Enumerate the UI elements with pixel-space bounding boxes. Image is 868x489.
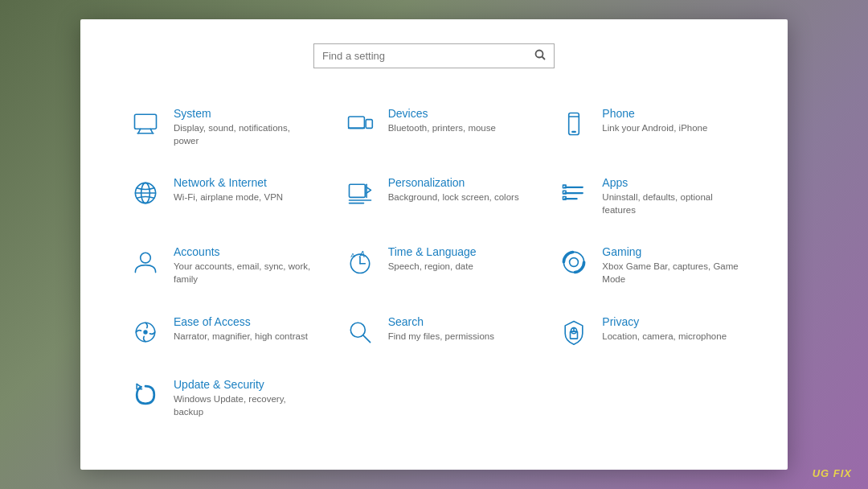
settings-text-search: Search Find my files, permissions xyxy=(388,315,494,343)
network-icon xyxy=(129,176,162,210)
settings-text-network: Network & Internet Wi-Fi, airplane mode,… xyxy=(174,176,283,203)
search-bar-wrapper xyxy=(313,43,555,68)
svg-point-33 xyxy=(570,258,579,267)
svg-line-37 xyxy=(362,335,370,342)
settings-item-gaming[interactable]: Gaming Xbox Game Bar, captures, Game Mod… xyxy=(541,231,755,300)
settings-title-time: Time & Language xyxy=(388,245,477,258)
settings-text-system: System Display, sound, notifications, po… xyxy=(174,107,311,147)
settings-desc-system: Display, sound, notifications, power xyxy=(174,121,311,147)
settings-item-system[interactable]: System Display, sound, notifications, po… xyxy=(113,92,327,162)
settings-desc-network: Wi-Fi, airplane mode, VPN xyxy=(174,191,283,203)
settings-text-apps: Apps Uninstall, defaults, optional featu… xyxy=(602,176,739,216)
settings-text-phone: Phone Link your Android, iPhone xyxy=(602,107,707,134)
settings-item-phone[interactable]: Phone Link your Android, iPhone xyxy=(541,92,755,162)
accounts-icon xyxy=(129,245,162,279)
settings-text-accounts: Accounts Your accounts, email, sync, wor… xyxy=(174,245,311,286)
apps-icon xyxy=(557,176,591,210)
svg-rect-6 xyxy=(348,117,364,128)
search-icon xyxy=(343,315,377,349)
settings-text-ease: Ease of Access Narrator, magnifier, high… xyxy=(174,315,308,343)
gaming-icon xyxy=(557,245,591,279)
privacy-icon xyxy=(557,315,591,349)
settings-desc-privacy: Location, camera, microphone xyxy=(602,330,727,343)
svg-rect-7 xyxy=(366,120,372,129)
svg-rect-15 xyxy=(349,184,365,197)
settings-item-apps[interactable]: Apps Uninstall, defaults, optional featu… xyxy=(541,162,755,231)
personalization-icon xyxy=(343,176,377,210)
devices-icon xyxy=(343,107,377,141)
search-input[interactable] xyxy=(322,50,534,62)
ease-icon xyxy=(129,315,162,349)
svg-rect-23 xyxy=(563,191,567,194)
settings-item-devices[interactable]: Devices Bluetooth, printers, mouse xyxy=(327,92,542,162)
settings-title-phone: Phone xyxy=(602,107,707,120)
settings-title-ease: Ease of Access xyxy=(174,315,308,328)
settings-text-time: Time & Language Speech, region, date xyxy=(388,245,477,273)
settings-desc-phone: Link your Android, iPhone xyxy=(602,121,707,134)
settings-text-update: Update & Security Windows Update, recove… xyxy=(174,378,311,418)
settings-desc-accounts: Your accounts, email, sync, work, family xyxy=(174,260,311,286)
settings-title-devices: Devices xyxy=(388,107,496,120)
settings-title-network: Network & Internet xyxy=(174,176,283,189)
settings-item-personalization[interactable]: Personalization Background, lock screen,… xyxy=(327,162,542,231)
settings-desc-gaming: Xbox Game Bar, captures, Game Mode xyxy=(602,260,739,286)
settings-title-privacy: Privacy xyxy=(602,315,727,328)
settings-title-system: System xyxy=(174,107,311,120)
settings-text-privacy: Privacy Location, camera, microphone xyxy=(602,315,727,343)
settings-item-accounts[interactable]: Accounts Your accounts, email, sync, wor… xyxy=(113,231,327,300)
settings-desc-time: Speech, region, date xyxy=(388,260,477,273)
settings-item-network[interactable]: Network & Internet Wi-Fi, airplane mode,… xyxy=(113,162,327,231)
watermark: UG FIX xyxy=(813,467,852,479)
settings-item-search[interactable]: Search Find my files, permissions xyxy=(327,301,542,364)
settings-text-personalization: Personalization Background, lock screen,… xyxy=(388,176,519,203)
settings-item-ease[interactable]: Ease of Access Narrator, magnifier, high… xyxy=(113,301,327,364)
svg-line-1 xyxy=(542,57,546,60)
settings-title-update: Update & Security xyxy=(174,378,311,391)
svg-rect-22 xyxy=(563,185,567,188)
search-icon xyxy=(534,49,546,63)
svg-text:A: A xyxy=(350,252,355,259)
settings-desc-apps: Uninstall, defaults, optional features xyxy=(602,191,739,216)
svg-rect-24 xyxy=(563,197,567,200)
settings-desc-ease: Narrator, magnifier, high contrast xyxy=(174,330,308,343)
settings-title-gaming: Gaming xyxy=(602,245,739,258)
svg-point-25 xyxy=(141,253,151,264)
phone-icon xyxy=(557,107,591,141)
settings-desc-search: Find my files, permissions xyxy=(388,330,494,343)
settings-desc-personalization: Background, lock screen, colors xyxy=(388,191,519,203)
system-icon xyxy=(129,107,162,141)
settings-title-apps: Apps xyxy=(602,176,739,189)
settings-desc-update: Windows Update, recovery, backup xyxy=(174,392,311,418)
settings-window: System Display, sound, notifications, po… xyxy=(80,19,788,470)
settings-item-time[interactable]: AA Time & Language Speech, region, date xyxy=(327,231,542,300)
svg-text:A: A xyxy=(358,249,365,259)
svg-rect-2 xyxy=(135,114,157,129)
settings-text-devices: Devices Bluetooth, printers, mouse xyxy=(388,107,496,134)
svg-point-0 xyxy=(536,51,543,58)
settings-desc-devices: Bluetooth, printers, mouse xyxy=(388,121,496,134)
time-icon: AA xyxy=(343,245,377,279)
settings-title-accounts: Accounts xyxy=(174,245,311,258)
settings-title-personalization: Personalization xyxy=(388,176,519,189)
search-bar xyxy=(313,43,555,68)
settings-item-privacy[interactable]: Privacy Location, camera, microphone xyxy=(541,301,755,364)
settings-text-gaming: Gaming Xbox Game Bar, captures, Game Mod… xyxy=(602,245,739,286)
settings-item-update[interactable]: Update & Security Windows Update, recove… xyxy=(113,364,327,433)
settings-title-search: Search xyxy=(388,315,494,328)
settings-grid: System Display, sound, notifications, po… xyxy=(113,92,755,433)
svg-point-35 xyxy=(143,330,147,334)
update-icon xyxy=(129,378,162,412)
